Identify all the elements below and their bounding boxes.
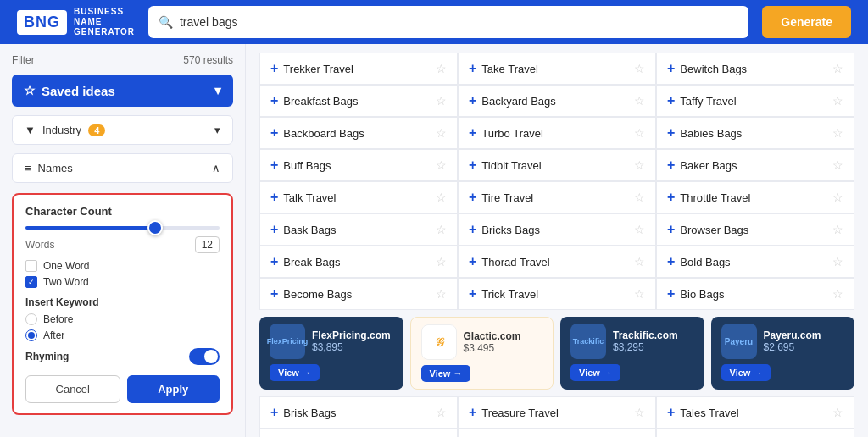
favorite-icon[interactable]: ☆ xyxy=(634,223,645,236)
add-icon[interactable]: + xyxy=(270,255,278,268)
favorite-icon[interactable]: ☆ xyxy=(436,158,447,172)
add-icon[interactable]: + xyxy=(469,406,476,419)
char-count-title: Character Count xyxy=(25,205,220,218)
after-radio[interactable] xyxy=(25,329,37,341)
add-icon[interactable]: + xyxy=(469,287,476,301)
add-icon[interactable]: + xyxy=(667,255,675,268)
favorite-icon[interactable]: ☆ xyxy=(634,287,645,301)
industry-label: Industry xyxy=(42,124,81,136)
favorite-icon[interactable]: ☆ xyxy=(832,158,843,172)
saved-ideas-button[interactable]: ☆ Saved ideas ▾ xyxy=(12,75,233,107)
add-icon[interactable]: + xyxy=(469,158,476,172)
list-item: +Buff Bags ☆ xyxy=(259,149,458,181)
name-text: Trick Travel xyxy=(481,288,538,301)
names-filter[interactable]: ≡ Names ∧ xyxy=(12,153,233,183)
name-text: Taffy Travel xyxy=(680,95,736,108)
add-icon[interactable]: + xyxy=(270,62,278,75)
favorite-icon[interactable]: ☆ xyxy=(832,126,843,140)
after-row[interactable]: After xyxy=(25,329,220,341)
favorite-icon[interactable]: ☆ xyxy=(832,287,843,301)
view-button-0[interactable]: View → xyxy=(270,364,320,381)
before-row[interactable]: Before xyxy=(25,313,220,325)
add-icon[interactable]: + xyxy=(667,94,675,108)
name-text: Buff Bags xyxy=(283,159,331,172)
name-text: Tidbit Travel xyxy=(481,159,541,172)
favorite-icon[interactable]: ☆ xyxy=(832,255,843,268)
add-icon[interactable]: + xyxy=(270,126,278,140)
add-icon[interactable]: + xyxy=(270,223,278,236)
list-item: +Brisk Bags ☆ xyxy=(259,396,458,429)
search-bar: 🔍 xyxy=(148,6,748,38)
add-icon[interactable]: + xyxy=(469,191,476,204)
add-icon[interactable]: + xyxy=(667,126,675,140)
add-icon[interactable]: + xyxy=(469,62,476,75)
names-icon: ≡ xyxy=(25,162,31,174)
list-item: +Breakfast Bags ☆ xyxy=(259,85,458,117)
apply-button[interactable]: Apply xyxy=(127,375,220,403)
favorite-icon[interactable]: ☆ xyxy=(832,62,843,75)
favorite-icon[interactable]: ☆ xyxy=(634,158,645,172)
favorite-icon[interactable]: ☆ xyxy=(436,255,447,268)
list-item: +Throttle Travel ☆ xyxy=(656,181,854,213)
names-chevron-icon: ∧ xyxy=(212,162,220,174)
add-icon[interactable]: + xyxy=(469,94,476,108)
name-text: Tire Travel xyxy=(481,191,533,204)
favorite-icon[interactable]: ☆ xyxy=(436,62,447,75)
view-button-3[interactable]: View → xyxy=(721,364,771,381)
name-text: Turbo Travel xyxy=(481,127,543,140)
favorite-icon[interactable]: ☆ xyxy=(832,191,843,204)
one-word-row[interactable]: One Word xyxy=(25,260,220,272)
name-text: Baker Bags xyxy=(680,159,737,172)
two-word-checkbox[interactable]: ✓ xyxy=(25,276,37,288)
add-icon[interactable]: + xyxy=(469,255,476,268)
name-text: Bricks Bags xyxy=(481,224,540,236)
rhyming-toggle[interactable] xyxy=(189,348,220,365)
add-icon[interactable]: + xyxy=(270,158,278,172)
add-icon[interactable]: + xyxy=(667,406,675,419)
favorite-icon[interactable]: ☆ xyxy=(832,406,843,419)
add-icon[interactable]: + xyxy=(270,406,278,419)
add-icon[interactable]: + xyxy=(667,287,675,301)
search-input[interactable] xyxy=(180,15,738,29)
favorite-icon[interactable]: ☆ xyxy=(634,62,645,75)
add-icon[interactable]: + xyxy=(667,191,675,204)
view-button-2[interactable]: View → xyxy=(570,364,620,381)
cancel-button[interactable]: Cancel xyxy=(25,375,120,403)
add-icon[interactable]: + xyxy=(469,223,476,236)
favorite-icon[interactable]: ☆ xyxy=(634,191,645,204)
add-icon[interactable]: + xyxy=(270,191,278,204)
ad-card-2: Trackific Trackific.com $3,295 View → xyxy=(560,317,704,390)
add-icon[interactable]: + xyxy=(667,223,675,236)
favorite-icon[interactable]: ☆ xyxy=(634,94,645,108)
two-word-row[interactable]: ✓ Two Word xyxy=(25,276,220,288)
favorite-icon[interactable]: ☆ xyxy=(436,287,447,301)
ad-logo-3: Payeru xyxy=(721,324,757,359)
favorite-icon[interactable]: ☆ xyxy=(634,126,645,140)
industry-filter[interactable]: ▼ Industry 4 ▾ xyxy=(12,115,233,145)
ad-card-0: FlexPricing FlexPricing.com $3,895 View … xyxy=(259,317,403,390)
filter-label: Filter xyxy=(12,54,35,66)
view-button-1[interactable]: View → xyxy=(421,365,471,382)
list-item: +Become Bags ☆ xyxy=(259,278,458,310)
favorite-icon[interactable]: ☆ xyxy=(436,126,447,140)
favorite-icon[interactable]: ☆ xyxy=(634,406,645,419)
favorite-icon[interactable]: ☆ xyxy=(832,94,843,108)
names-grid-top: +Trekker Travel ☆ +Take Travel ☆ +Bewitc… xyxy=(259,53,854,310)
ad-price-3: $2,695 xyxy=(764,341,845,353)
favorite-icon[interactable]: ☆ xyxy=(634,255,645,268)
generate-button[interactable]: Generate xyxy=(762,6,851,38)
favorite-icon[interactable]: ☆ xyxy=(436,223,447,236)
one-word-checkbox[interactable] xyxy=(25,260,37,272)
favorite-icon[interactable]: ☆ xyxy=(832,223,843,236)
favorite-icon[interactable]: ☆ xyxy=(436,406,447,419)
add-icon[interactable]: + xyxy=(270,287,278,301)
add-icon[interactable]: + xyxy=(667,158,675,172)
add-icon[interactable]: + xyxy=(667,62,675,75)
favorite-icon[interactable]: ☆ xyxy=(436,191,447,204)
favorite-icon[interactable]: ☆ xyxy=(436,94,447,108)
add-icon[interactable]: + xyxy=(270,94,278,108)
name-text: Browser Bags xyxy=(680,224,748,236)
before-radio[interactable] xyxy=(25,313,37,325)
char-count-slider[interactable] xyxy=(25,226,220,230)
add-icon[interactable]: + xyxy=(469,126,476,140)
